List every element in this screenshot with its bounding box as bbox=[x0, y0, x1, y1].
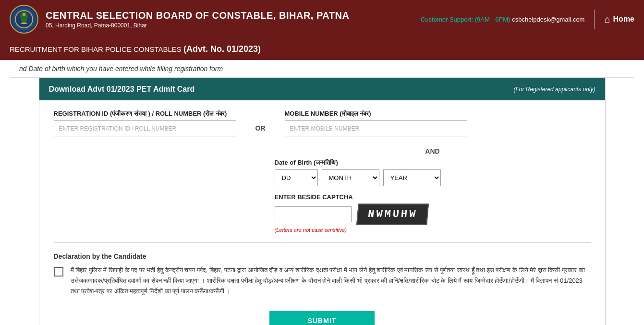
support-label: Customer Support: (9AM - 6PM) bbox=[421, 16, 510, 23]
captcha-input[interactable] bbox=[275, 206, 352, 222]
card-body: REGISTRATION ID (पंजीकरण संख्या ) / ROLL… bbox=[39, 100, 605, 325]
captcha-row: NWMUHW bbox=[275, 204, 591, 225]
svg-point-3 bbox=[23, 13, 25, 16]
vertical-divider bbox=[594, 10, 595, 29]
submit-button[interactable]: SUBMIT bbox=[269, 311, 375, 325]
org-address: 05, Harding Road, Patna-800001, Bihar bbox=[46, 22, 349, 29]
recruitment-advt: (Advt. No. 01/2023) bbox=[183, 44, 261, 54]
org-name: CENTRAL SELECTION BOARD OF CONSTABLE, BI… bbox=[46, 10, 349, 21]
declaration-title: Declaration by the Candidate bbox=[54, 253, 591, 260]
declaration-section: Declaration by the Candidate मैं बिहार प… bbox=[54, 248, 591, 301]
registration-input[interactable] bbox=[54, 120, 236, 136]
info-bar: nd Date of birth which you have entered … bbox=[10, 60, 634, 78]
captcha-section: ENTER BESIDE CAPTCHA NWMUHW (Letters are… bbox=[236, 193, 591, 233]
or-text: OR bbox=[255, 124, 266, 132]
card-note: (For Registered applicants only) bbox=[513, 86, 595, 93]
recruitment-bar: RECRUITMENT FOR BIHAR POLICE CONSTABLES … bbox=[0, 38, 644, 60]
dob-year-select[interactable]: YEAR 1990199119921993 1994199519961997 1… bbox=[383, 169, 441, 186]
declaration-text: मैं बिहार पुलिस में सिपाही के पद पर भर्त… bbox=[71, 265, 591, 297]
dob-month-select[interactable]: MONTH JanuaryFebruaryMarchApril MayJuneJ… bbox=[322, 169, 379, 186]
declaration-checkbox[interactable] bbox=[54, 267, 63, 277]
header-left: CENTRAL SELECTION BOARD OF CONSTABLE, BI… bbox=[10, 5, 349, 34]
reg-label: REGISTRATION ID (पंजीकरण संख्या ) / ROLL… bbox=[54, 110, 236, 118]
home-icon: ⌂ bbox=[604, 14, 610, 25]
dob-label: Date of Birth (जन्मतिथि) bbox=[275, 159, 591, 167]
support-email: csbchelpdesk@gmail.com bbox=[512, 16, 584, 23]
captcha-note: (Letters are not case sensitive) bbox=[275, 227, 591, 233]
registration-field-group: REGISTRATION ID (पंजीकरण संख्या ) / ROLL… bbox=[54, 110, 236, 136]
mobile-input[interactable] bbox=[285, 120, 467, 136]
home-label: Home bbox=[613, 15, 634, 24]
submit-section: SUBMIT bbox=[54, 311, 591, 325]
recruitment-prefix: RECRUITMENT FOR BIHAR POLICE CONSTABLES bbox=[10, 45, 182, 53]
section-divider bbox=[54, 242, 591, 243]
card-header: Download Advt 01/2023 PET Admit Card (Fo… bbox=[39, 78, 605, 100]
logo bbox=[10, 5, 38, 34]
captcha-image: NWMUHW bbox=[356, 204, 429, 225]
header-right: Customer Support: (9AM - 6PM) csbchelpde… bbox=[421, 10, 634, 29]
mobile-field-group: MOBILE NUMBER (मोबाइल नंबर) bbox=[285, 110, 467, 136]
dob-dd-select[interactable]: DD 0102030405 0607080910 1112131415 1617… bbox=[275, 169, 318, 186]
and-separator: AND bbox=[236, 144, 591, 159]
captcha-label: ENTER BESIDE CAPTCHA bbox=[275, 193, 591, 201]
header-title: CENTRAL SELECTION BOARD OF CONSTABLE, BI… bbox=[46, 10, 349, 29]
mobile-label: MOBILE NUMBER (मोबाइल नंबर) bbox=[285, 110, 467, 118]
or-separator: OR bbox=[236, 110, 285, 132]
customer-support: Customer Support: (9AM - 6PM) csbchelpde… bbox=[421, 15, 584, 23]
form-row-top: REGISTRATION ID (पंजीकरण संख्या ) / ROLL… bbox=[54, 110, 591, 136]
and-text: AND bbox=[425, 147, 439, 155]
declaration-row: मैं बिहार पुलिस में सिपाही के पद पर भर्त… bbox=[54, 265, 591, 297]
header: CENTRAL SELECTION BOARD OF CONSTABLE, BI… bbox=[0, 0, 644, 38]
logo-inner bbox=[12, 7, 36, 31]
dob-selects: DD 0102030405 0607080910 1112131415 1617… bbox=[275, 169, 591, 186]
info-text: nd Date of birth which you have entered … bbox=[19, 65, 223, 72]
card-title: Download Advt 01/2023 PET Admit Card bbox=[49, 85, 195, 94]
dob-section: Date of Birth (जन्मतिथि) DD 0102030405 0… bbox=[236, 159, 591, 186]
main-content: nd Date of birth which you have entered … bbox=[0, 60, 644, 325]
home-button[interactable]: ⌂ Home bbox=[604, 14, 634, 25]
admit-card-form: Download Advt 01/2023 PET Admit Card (Fo… bbox=[39, 78, 606, 325]
